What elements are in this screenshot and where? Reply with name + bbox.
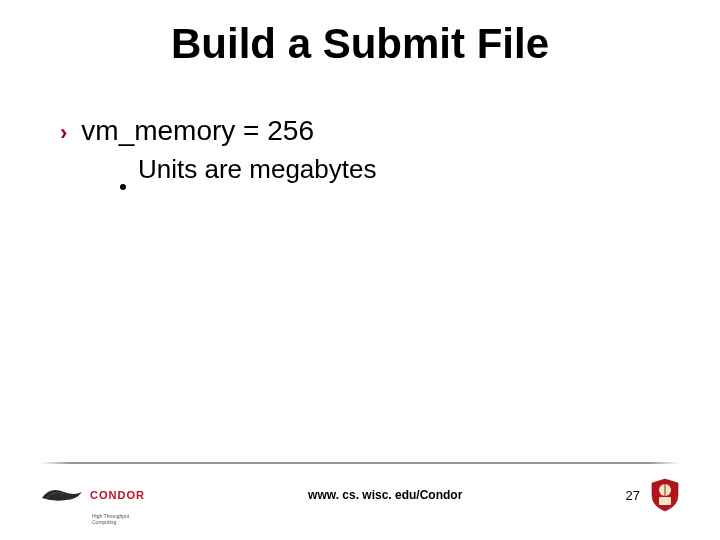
condor-logo-text-wrap: CONDOR High Throughput Computing	[90, 489, 145, 501]
chevron-right-icon: ›	[60, 118, 67, 148]
slide-title: Build a Submit File	[0, 20, 720, 68]
svg-rect-1	[659, 497, 671, 505]
slide-body: › vm_memory = 256 Units are megabytes	[60, 115, 660, 185]
subbullet-item: Units are megabytes	[120, 154, 660, 185]
footer-divider	[40, 462, 680, 464]
footer-url: www. cs. wisc. edu/Condor	[145, 488, 626, 502]
bullet-dot-icon	[120, 184, 126, 190]
subbullet-text: Units are megabytes	[138, 154, 376, 185]
condor-logo-text: CONDOR	[90, 489, 145, 501]
bullet-item: › vm_memory = 256	[60, 115, 660, 148]
university-crest-icon	[650, 478, 680, 512]
bullet-text: vm_memory = 256	[81, 115, 314, 147]
page-number: 27	[626, 488, 640, 503]
condor-logo: CONDOR High Throughput Computing	[40, 484, 145, 506]
slide-footer: CONDOR High Throughput Computing www. cs…	[40, 462, 680, 512]
condor-wing-icon	[40, 484, 84, 506]
footer-right: 27	[626, 478, 680, 512]
footer-row: CONDOR High Throughput Computing www. cs…	[40, 478, 680, 512]
condor-logo-tagline: High Throughput Computing	[92, 513, 145, 525]
slide: Build a Submit File › vm_memory = 256 Un…	[0, 0, 720, 540]
